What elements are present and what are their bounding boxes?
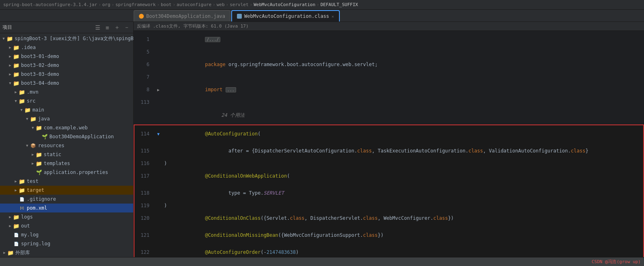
breadcrumb-item[interactable]: web [217,2,225,7]
code-line-116: 116 ) [134,159,644,167]
line-code: package org.springframework.boot.autocon… [162,56,644,73]
code-line-5: 5 [134,48,644,56]
folder-icon: 📁 [19,187,25,193]
tree-item-label: .mvn [27,89,38,95]
breadcrumb-item[interactable]: org [102,2,110,7]
tree-arrow [13,205,19,211]
sidebar-item-static[interactable]: ▶ 📁 static [0,150,133,159]
sidebar-item-test[interactable]: ▶ 📁 test [0,177,133,186]
breadcrumb-item-field[interactable]: DEFAULT_SUFFIX [320,2,358,7]
editor-content[interactable]: 1 /.../ 5 6 [134,31,644,257]
sidebar-item-pom[interactable]: 𝕄 pom.xml [0,204,133,212]
line-gutter [154,31,162,48]
sidebar-item-src[interactable]: ▼ 📁 src [0,97,133,105]
breadcrumb-item-class[interactable]: WebMvcAutoConfiguration [254,2,315,7]
code-table: 1 /.../ 5 6 [134,31,644,257]
tree-arrow: ▼ [30,125,36,131]
sidebar-add-button[interactable]: ＋ [113,24,121,32]
sidebar-item-templates[interactable]: ▶ 📁 templates [0,159,133,168]
fold-button[interactable]: ▼ [157,132,160,136]
tree-item-label: logs [21,214,33,220]
code-line-117: 117 @ConditionalOnWebApplication( [134,167,644,184]
folder-icon: 📁 [13,80,19,86]
sidebar-collapse-button[interactable]: － [123,24,131,32]
code-line-121: 121 @ConditionalOnMissingBean({WebMvcCon… [134,227,644,244]
folder-icon: 📁 [13,214,19,220]
sidebar-item-target[interactable]: ▶ 📁 target [0,186,133,195]
tree-item-label: com.example.web [44,125,87,131]
sidebar-item-resources[interactable]: ▼ 📦 resources [0,141,133,150]
sidebar: 项目 ☰ ≡ ＋ － ▼ 📁 spingBoot-3 [xuexi文件] G:\… [0,22,134,257]
line-code: @ConditionalOnClass({Servlet.class, Disp… [162,210,644,227]
tree-item-label: spingBoot-3 [xuexi文件] G:\java文件\spingBoo… [15,35,133,42]
sidebar-item-package[interactable]: ▼ 📁 com.example.web [0,123,133,132]
line-code: import ... [162,81,644,98]
sidebar-item-boot304[interactable]: ▼ 📁 boot3-04-demo [0,79,133,88]
sidebar-item-idea[interactable]: ▶ 📁 .idea [0,43,133,52]
sidebar-item-out[interactable]: ▶ 📁 out [0,221,133,230]
sidebar-item-java[interactable]: ▼ 📁 java [0,114,133,123]
fold-marker[interactable]: /.../ [205,37,220,42]
sidebar-item-gitignore[interactable]: 📄 .gitignore [0,195,133,204]
line-number: 113 [134,98,154,106]
tree-arrow: ▶ [13,178,19,184]
tree-item-label: src [27,98,36,104]
java-file-icon [139,14,144,19]
sidebar-item-appprops[interactable]: 🌱 application.properties [0,168,133,177]
tree-item-label: boot3-03-demo [21,71,59,77]
tab-java[interactable]: Boot304DemoApplication.java [134,10,230,21]
properties-icon: 🌱 [36,169,42,176]
sidebar-item-boot301[interactable]: ▶ 📁 boot3-01-demo [0,52,133,61]
sidebar-item-external[interactable]: ▶ 📁 外部库 [0,248,133,257]
tab-label: Boot304DemoApplication.java [146,13,225,19]
tab-close-button[interactable]: ✕ [332,14,334,19]
code-line-115: 115 after = {DispatcherServletAutoConfig… [134,142,644,159]
sidebar-item-main[interactable]: ▼ 📁 main [0,105,133,114]
sidebar-item-bootdemo[interactable]: 🌱 Boot304DemoApplication [0,132,133,141]
sidebar-item-mvn[interactable]: ▶ 📁 .mvn [0,88,133,97]
sidebar-list-button[interactable]: ☰ [94,24,102,32]
line-code: @ConditionalOnWebApplication( [162,167,644,184]
line-code [162,73,644,81]
tree-item-label: test [27,178,38,184]
log-icon: 📄 [13,240,19,247]
sidebar-align-button[interactable]: ≡ [103,24,111,32]
tree-item-label: application.properties [44,169,108,175]
sidebar-item-mylog[interactable]: 📄 my.log [0,230,133,239]
tree-arrow [7,232,13,238]
tree-item-label: java [38,116,50,122]
sidebar-item-boot303[interactable]: ▶ 📁 boot3-03-demo [0,70,133,79]
sidebar-item-logs[interactable]: ▶ 📁 logs [0,212,133,221]
tree-item-label: static [44,152,61,157]
tree-arrow [36,134,41,139]
line-gutter [154,159,162,167]
tree-arrow: ▶ [30,152,36,157]
tab-bar: Boot304DemoApplication.java WebMvcAutoCo… [0,10,644,22]
info-bar: 反编译 .class文件, 字节码版本: 61.0 (Java 17) [134,22,644,31]
tab-class[interactable]: WebMvcAutoConfiguration.class ✕ [231,10,340,21]
line-gutter [154,48,162,56]
sidebar-item-boot302[interactable]: ▶ 📁 boot3-02-demo [0,61,133,70]
tree-arrow: ▼ [13,98,19,104]
breadcrumb-item[interactable]: springframework [115,2,156,7]
line-gutter [154,142,162,159]
sidebar-item-root[interactable]: ▼ 📁 spingBoot-3 [xuexi文件] G:\java文件\spin… [0,34,133,43]
tree-item-label: main [32,107,44,113]
breadcrumb-item[interactable]: boot [161,2,172,7]
tree-arrow: ▼ [7,80,13,86]
sidebar-item-springlog[interactable]: 📄 spring.log [0,239,133,248]
main-layout: 项目 ☰ ≡ ＋ － ▼ 📁 spingBoot-3 [xuexi文件] G:\… [0,22,644,257]
breadcrumb-item[interactable]: servlet [230,2,248,7]
breadcrumb-item[interactable]: spring-boot-autoconfigure-3.1.4.jar [3,2,97,7]
line-gutter [154,167,162,184]
breadcrumb-item[interactable]: autoconfigure [177,2,211,7]
code-line-8: 8 ▶ import ... [134,81,644,98]
line-code [162,48,644,56]
line-code: /.../ [162,31,644,48]
import-fold[interactable]: ... [226,87,236,92]
tree-arrow: ▶ [7,62,13,68]
sidebar-toolbar: 项目 ☰ ≡ ＋ － [0,22,133,33]
folder-icon: 📁 [13,53,19,60]
line-number: 1 [134,31,154,48]
code-line-122: 122 @AutoConfigureOrder(-2147483638) [134,244,644,257]
